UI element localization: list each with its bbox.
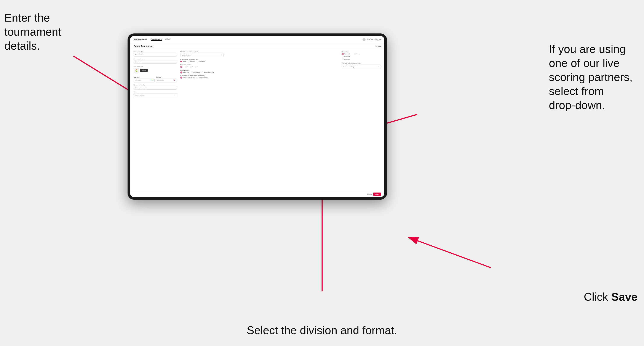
calendar-icon-end: 📅 <box>174 80 175 81</box>
gender-group: Which gender is the event for? Mens Wome… <box>180 59 338 62</box>
format-5count4[interactable]: 5 count 4 <box>342 53 350 55</box>
tournament-host-group: Tournament Host <box>134 51 177 57</box>
tournament-name-group: Tournament name <box>134 58 177 64</box>
format-6count4-label: 6 count 4 <box>344 56 350 57</box>
scoring-match-radio[interactable] <box>191 71 193 73</box>
gender-radio-group: Mens Womens Combined <box>180 61 338 62</box>
format-other[interactable]: Other <box>354 53 360 55</box>
end-placeholder: Pick a date <box>158 80 164 81</box>
teams-plus-individuals[interactable]: Teams (+Individuals) <box>180 77 194 79</box>
format-right-options: Other <box>354 53 360 55</box>
rounds-4-label: 4 <box>197 66 198 68</box>
scoring-medal-radio[interactable] <box>202 71 203 73</box>
nav-tournaments[interactable]: TOURNAMENTS <box>151 38 162 41</box>
format-5count4-radio[interactable] <box>342 53 344 55</box>
gender-womens-label: Womens <box>190 61 195 62</box>
rounds-label: Number of rounds <box>180 64 338 65</box>
format-type-label: Format type <box>342 51 381 52</box>
logo-placeholder: ⛳ <box>134 68 139 73</box>
form-footer: Cancel Save <box>130 191 384 197</box>
individuals-only[interactable]: Individuals Only <box>196 77 208 79</box>
scoring-match[interactable]: Match Play <box>191 71 200 73</box>
calendar-icon-start: 📅 <box>151 80 153 81</box>
start-date-group: Start date Pick a date 📅 <box>134 75 154 82</box>
annotation-live-scoring: If you are usingone of our livescoring p… <box>549 42 640 112</box>
brand-subtitle: Powered by Clippit <box>134 40 147 41</box>
right-column: Format type 5 count 4 6 count 4 <box>342 51 381 189</box>
division-select[interactable]: NCAA Division I ▾ <box>180 53 224 57</box>
brand: SCOREBOARD Powered by Clippit <box>134 38 147 41</box>
scoring-stroke-radio[interactable] <box>180 71 182 73</box>
tablet-frame: SCOREBOARD Powered by Clippit TOURNAMENT… <box>128 33 387 200</box>
dates-group: Start date Pick a date 📅 End date Pick a… <box>134 75 177 82</box>
scoring-label: Scoring system <box>180 69 338 71</box>
sponsor-label: Sponsor (optional) <box>134 84 177 85</box>
name-input[interactable] <box>134 60 177 64</box>
live-scoring-select[interactable]: Leaderboard King × ▾ <box>342 65 381 69</box>
rounds-radio-group: 1 2 3 4 <box>180 66 338 68</box>
gender-womens-radio[interactable] <box>188 61 189 62</box>
rounds-2-radio[interactable] <box>185 66 187 68</box>
rounds-3[interactable]: 3 <box>190 66 193 68</box>
rounds-1[interactable]: 1 <box>180 66 183 68</box>
nav-teams[interactable]: TEAMS <box>165 38 170 41</box>
upload-button[interactable]: Upload <box>140 69 148 72</box>
gender-mens[interactable]: Mens <box>180 61 186 62</box>
host-label: Tournament Host <box>134 51 177 52</box>
live-scoring-value: Leaderboard King <box>344 66 354 68</box>
format-6count4[interactable]: 6 count 4 <box>342 56 350 57</box>
format-6count5[interactable]: 6 count 5 <box>342 58 350 60</box>
rounds-1-radio[interactable] <box>180 66 182 68</box>
gender-label: Which gender is the event for? <box>180 59 338 60</box>
page-title: Create Tournament <box>134 45 153 47</box>
nav-links: TOURNAMENTS TEAMS <box>151 38 362 41</box>
format-6count5-radio[interactable] <box>342 58 344 60</box>
save-button[interactable]: Save <box>373 192 381 196</box>
clear-live-scoring-icon[interactable]: × <box>377 66 378 68</box>
end-date-input[interactable]: Pick a date 📅 <box>156 79 177 82</box>
logo-group: Tournament logo ⛳ Upload <box>134 65 177 73</box>
gender-combined[interactable]: Combined <box>197 61 205 62</box>
division-chevron: ▾ <box>221 54 222 56</box>
gender-womens[interactable]: Womens <box>188 61 195 62</box>
rounds-4[interactable]: 4 <box>195 66 198 68</box>
left-column: Tournament Host Tournament name Tourname… <box>134 51 177 189</box>
rounds-4-radio[interactable] <box>195 66 196 68</box>
rounds-3-radio[interactable] <box>190 66 192 68</box>
cancel-button[interactable]: Cancel <box>367 193 372 195</box>
sponsor-input[interactable] <box>134 86 177 90</box>
gender-mens-radio[interactable] <box>180 61 182 62</box>
venue-input[interactable]: Search golf club ▾ <box>134 93 177 97</box>
user-label: Test User | <box>367 39 374 40</box>
format-5count4-label: 5 count 4 <box>344 53 350 55</box>
venue-label: Venue <box>134 91 177 93</box>
format-type-group: Format type 5 count 4 6 count 4 <box>342 51 381 60</box>
teams-plus-radio[interactable] <box>180 77 182 79</box>
host-input[interactable] <box>134 53 177 57</box>
rounds-2[interactable]: 2 <box>185 66 188 68</box>
brand-title: SCOREBOARD <box>134 38 147 40</box>
division-label: Which division is the event for? <box>180 51 338 52</box>
teams-label: Is this event for Teams and/or Individua… <box>180 75 338 76</box>
rounds-group: Number of rounds 1 2 3 <box>180 64 338 68</box>
page-header: Create Tournament < Back <box>130 43 384 49</box>
live-scoring-label: Use third-party live scoring API? <box>342 63 381 64</box>
format-6count4-radio[interactable] <box>342 56 344 57</box>
format-left-options: 5 count 4 6 count 4 6 count 5 <box>342 53 350 60</box>
date-row: Start date Pick a date 📅 End date Pick a… <box>134 75 177 82</box>
gender-combined-radio[interactable] <box>197 61 198 62</box>
start-label: Start date <box>134 77 139 78</box>
format-other-radio[interactable] <box>354 53 356 55</box>
scoring-radio-group: Stroke Play Match Play Medal Match Play <box>180 71 338 73</box>
start-date-input[interactable]: Pick a date 📅 <box>134 79 154 82</box>
teams-plus-label: Teams (+Individuals) <box>183 77 194 78</box>
end-date-group: End date Pick a date 📅 <box>156 75 177 82</box>
teams-group: Is this event for Teams and/or Individua… <box>180 75 338 79</box>
scoring-stroke[interactable]: Stroke Play <box>180 71 189 73</box>
back-link[interactable]: < Back <box>376 45 381 47</box>
division-group: Which division is the event for? NCAA Di… <box>180 51 338 57</box>
scoring-medal[interactable]: Medal Match Play <box>202 71 214 73</box>
signout-link[interactable]: Sign out <box>375 39 381 40</box>
individuals-only-radio[interactable] <box>196 77 198 79</box>
annotation-click-save: Click Save <box>584 290 638 304</box>
